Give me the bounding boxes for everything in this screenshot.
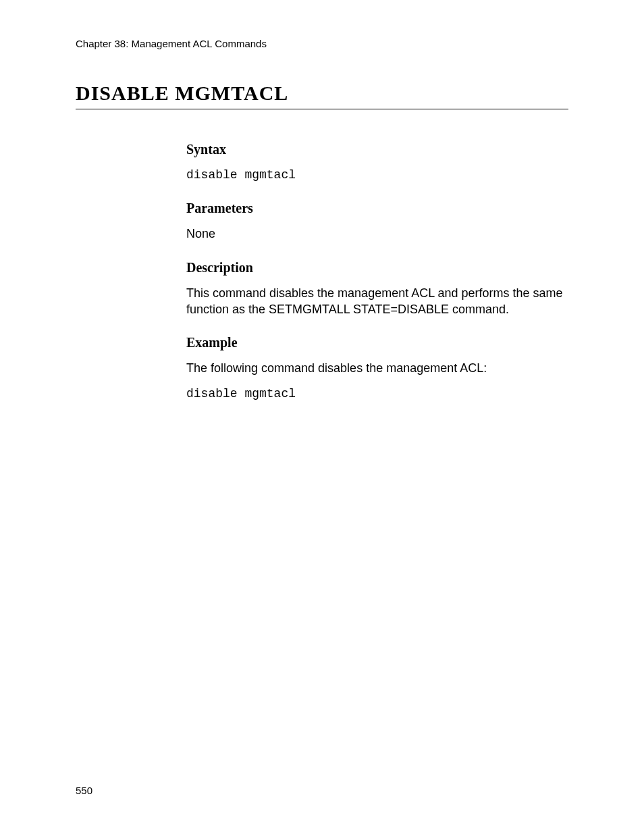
page-title: DISABLE MGMTACL: [76, 82, 568, 109]
description-text: This command disables the management ACL…: [186, 285, 564, 318]
example-intro: The following command disables the manag…: [186, 360, 564, 376]
section-heading-description: Description: [186, 260, 564, 276]
parameters-value: None: [186, 226, 564, 242]
syntax-command: disable mgmtacl: [186, 167, 564, 183]
section-heading-parameters: Parameters: [186, 201, 564, 216]
section-heading-syntax: Syntax: [186, 142, 564, 157]
chapter-header: Chapter 38: Management ACL Commands: [76, 38, 568, 49]
page-number: 550: [76, 785, 92, 796]
section-heading-example: Example: [186, 335, 564, 350]
content-region: Syntax disable mgmtacl Parameters None D…: [186, 142, 564, 402]
example-command: disable mgmtacl: [186, 386, 564, 402]
page-container: Chapter 38: Management ACL Commands DISA…: [0, 0, 644, 834]
